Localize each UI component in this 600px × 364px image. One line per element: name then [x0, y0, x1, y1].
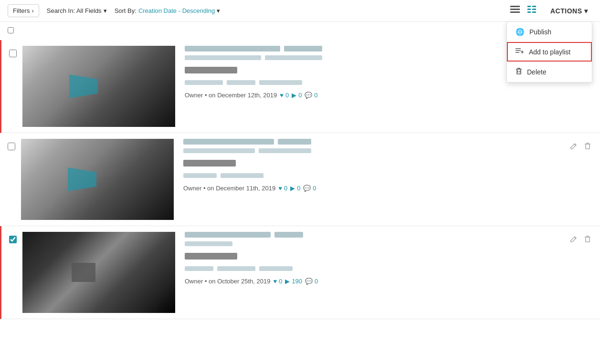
- item-meta-2: Owner • on December 11th, 2019 ♥ 0 ▶ 0 💬…: [183, 185, 568, 192]
- play-icon-1: ▶: [292, 92, 296, 99]
- heart-icon-2: ♥: [278, 185, 282, 192]
- delete-label: Delete: [527, 68, 546, 76]
- item-thumbnail-2: [21, 139, 174, 220]
- item-thumbnail-1: [22, 46, 175, 127]
- globe-icon: 🌐: [516, 28, 525, 36]
- item-cat-3b: [217, 266, 255, 271]
- dropdown-publish[interactable]: 🌐 Publish: [507, 22, 592, 42]
- item-cat-2b: [221, 173, 263, 178]
- svg-rect-4: [532, 6, 536, 7]
- item-cat-3c: [259, 266, 293, 271]
- svg-rect-3: [527, 6, 531, 7]
- item-cat-3a: [185, 266, 213, 271]
- item-date-label-1: Owner • on December 12th, 2019: [185, 92, 277, 99]
- item-comments-2: 💬 0: [303, 185, 316, 192]
- svg-rect-7: [527, 11, 531, 13]
- item-thumbnail-3: [22, 232, 175, 313]
- sort-by-dropdown[interactable]: Sort By: Creation Date - Descending ▾: [115, 7, 221, 14]
- item-meta-1: Owner • on December 12th, 2019 ♥ 0 ▶ 0 💬…: [185, 92, 592, 99]
- item-tag-3: [185, 253, 237, 260]
- item-content-2: Owner • on December 11th, 2019 ♥ 0 ▶ 0 💬…: [183, 139, 568, 192]
- svg-rect-6: [532, 9, 536, 10]
- dropdown-delete[interactable]: Delete: [507, 62, 592, 82]
- item-comments-3: 💬 0: [305, 278, 318, 285]
- play-icon-2: ▶: [290, 185, 295, 192]
- item-comments-1: 💬 0: [305, 92, 317, 99]
- grid-view-icon[interactable]: [526, 4, 538, 18]
- comment-icon-3: 💬: [305, 278, 313, 285]
- add-to-playlist-label: Add to playlist: [529, 48, 570, 56]
- item-detail-2b: [183, 148, 255, 153]
- item-detail-1c: [265, 55, 322, 60]
- svg-rect-0: [510, 6, 520, 7]
- sort-label: Sort By:: [115, 7, 137, 14]
- item-likes-3: ♥ 0: [273, 278, 282, 285]
- item-detail-2c: [259, 148, 311, 153]
- delete-button-3[interactable]: [583, 234, 592, 246]
- item-date-label-2: Owner • on December 11th, 2019: [183, 185, 275, 192]
- publish-label: Publish: [529, 28, 551, 36]
- sort-value: Creation Date - Descending: [138, 7, 215, 14]
- comment-icon-1: 💬: [305, 92, 312, 99]
- item-tag-2: [183, 160, 236, 166]
- actions-button[interactable]: ACTIONS ▾: [546, 5, 592, 17]
- item-subtitle-2a: [278, 139, 311, 145]
- actions-chevron: ▾: [584, 7, 588, 15]
- item-title-2: [183, 139, 274, 145]
- heart-icon-3: ♥: [273, 278, 277, 285]
- item-detail-1b: [185, 55, 261, 60]
- search-chevron: ▾: [104, 7, 107, 14]
- item-cat-2a: [183, 173, 217, 178]
- actions-label: ACTIONS: [550, 7, 582, 15]
- filters-chevron: ›: [32, 7, 33, 14]
- list-item: Owner • on October 25th, 2019 ♥ 0 ▶ 190 …: [0, 226, 600, 319]
- svg-rect-8: [532, 11, 536, 13]
- list-item: Owner • on December 11th, 2019 ♥ 0 ▶ 0 💬…: [0, 133, 600, 226]
- svg-rect-1: [510, 9, 520, 10]
- item-title-1: [185, 46, 280, 52]
- sort-chevron: ▾: [217, 7, 220, 14]
- item-checkbox-1[interactable]: [9, 50, 17, 57]
- item-title-3: [185, 232, 271, 238]
- filters-button[interactable]: Filters ›: [8, 4, 39, 17]
- item-likes-1: ♥ 0: [280, 92, 289, 99]
- item-checkbox-2[interactable]: [8, 143, 15, 150]
- item-actions-3: [568, 232, 592, 246]
- item-plays-2: ▶ 0: [290, 185, 300, 192]
- item-plays-1: ▶ 0: [292, 92, 302, 99]
- item-actions-2: [568, 139, 592, 153]
- item-content-3: Owner • on October 25th, 2019 ♥ 0 ▶ 190 …: [185, 232, 568, 285]
- svg-rect-2: [510, 11, 520, 13]
- actions-dropdown-menu: 🌐 Publish Add to playlist: [506, 21, 592, 83]
- search-in-label: Search In: All Fields: [47, 7, 102, 14]
- play-icon-3: ▶: [285, 278, 290, 285]
- item-meta-3: Owner • on October 25th, 2019 ♥ 0 ▶ 190 …: [185, 278, 568, 285]
- list-view-icon[interactable]: [508, 4, 522, 18]
- view-icons: [508, 4, 538, 18]
- select-all-checkbox[interactable]: [8, 27, 14, 33]
- heart-icon-1: ♥: [280, 92, 284, 99]
- item-detail-3b: [185, 241, 232, 246]
- delete-button-2[interactable]: [583, 141, 592, 153]
- item-cat-1c: [259, 80, 302, 85]
- filters-label: Filters: [13, 7, 30, 14]
- item-subtitle-1a: [284, 46, 322, 52]
- toolbar: Filters › Search In: All Fields ▾ Sort B…: [0, 0, 600, 22]
- item-plays-3: ▶ 190: [285, 278, 302, 285]
- playlist-add-icon: [516, 48, 524, 56]
- item-tag-1: [185, 67, 237, 73]
- edit-button-2[interactable]: [568, 141, 579, 153]
- item-subtitle-3a: [274, 232, 303, 238]
- item-checkbox-3[interactable]: [9, 236, 17, 243]
- trash-icon: [516, 67, 522, 76]
- edit-button-3[interactable]: [568, 234, 579, 246]
- comment-icon-2: 💬: [303, 185, 311, 192]
- item-likes-2: ♥ 0: [278, 185, 287, 192]
- search-in-dropdown[interactable]: Search In: All Fields ▾: [47, 7, 107, 14]
- item-date-label-3: Owner • on October 25th, 2019: [185, 278, 270, 285]
- dropdown-add-to-playlist[interactable]: Add to playlist: [507, 42, 592, 62]
- item-cat-1a: [185, 80, 223, 85]
- item-cat-1b: [227, 80, 255, 85]
- svg-rect-5: [527, 9, 531, 10]
